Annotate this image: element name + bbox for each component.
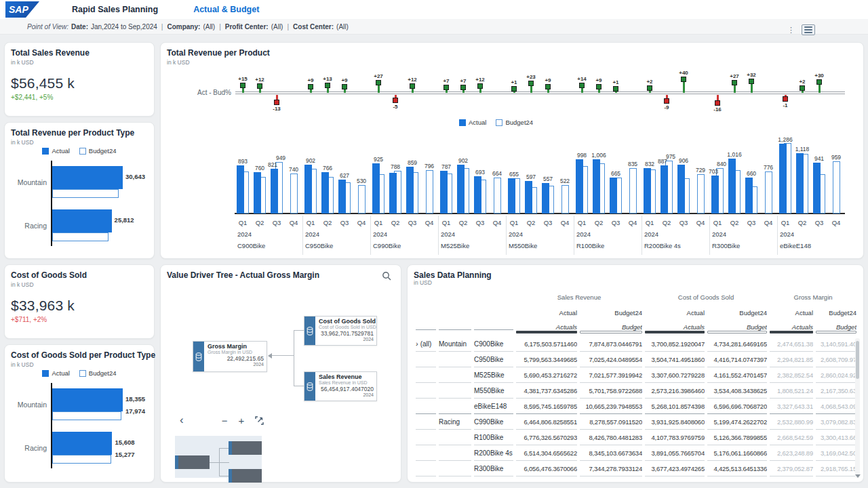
product-cell[interactable]: M550Bike	[474, 383, 513, 399]
value-cell-cogs-a[interactable]: 4,107,783.9769759	[645, 430, 705, 445]
bar-actual[interactable]	[389, 173, 397, 214]
value-cell-sr-b[interactable]: 10,665,239.7948553	[580, 399, 642, 414]
fit-to-screen-icon[interactable]	[255, 416, 264, 425]
variance-marker[interactable]	[647, 85, 652, 91]
scrollbar-thumb[interactable]	[856, 341, 859, 379]
variance-marker[interactable]	[511, 86, 517, 92]
product-cell[interactable]: R100Bike	[474, 430, 513, 445]
variance-marker[interactable]	[596, 84, 601, 89]
variance-marker[interactable]	[376, 80, 381, 85]
bar-actual[interactable]	[779, 144, 787, 214]
vdt-node-cost-of-goods-sold[interactable]: Cost of Goods Sold Cost of Goods Sold in…	[304, 316, 377, 346]
pov-filter-value[interactable]: (All)	[271, 23, 283, 30]
bar-actual[interactable]	[796, 153, 804, 214]
product-type-cell[interactable]	[439, 445, 471, 461]
value-cell-cogs-b[interactable]: 3,534,408.3438625	[707, 383, 767, 399]
bar-budget24[interactable]	[561, 185, 569, 214]
bar-budget24[interactable]	[52, 189, 119, 198]
variance-marker[interactable]	[477, 83, 483, 89]
version-column-header[interactable]: Actual	[516, 305, 577, 321]
bar-actual[interactable]	[508, 178, 515, 214]
pov-filter-value[interactable]: (All)	[203, 23, 215, 30]
zoom-out-icon[interactable]: −	[222, 415, 228, 426]
bar-actual[interactable]	[677, 165, 685, 214]
tab-rapid-sales-planning[interactable]: Rapid Sales Planning	[72, 5, 158, 14]
bar-budget24[interactable]	[358, 185, 366, 214]
version-column-header[interactable]: Budget24	[816, 305, 856, 321]
hierarchy-cell[interactable]	[416, 430, 436, 445]
bar-actual[interactable]	[52, 209, 112, 232]
bar-budget24[interactable]	[52, 232, 108, 241]
bar-budget24[interactable]	[494, 178, 501, 214]
value-cell-sr-b[interactable]: 5,701,758.9722688	[580, 383, 642, 399]
tab-actual-and-budget[interactable]: Actual & Budget	[193, 5, 259, 14]
variance-marker[interactable]	[325, 83, 330, 88]
value-cell-sr-a[interactable]: 4,381,737.6345286	[516, 383, 577, 399]
search-icon[interactable]	[382, 271, 391, 281]
variance-marker[interactable]	[800, 85, 805, 91]
product-cell[interactable]: C950Bike	[474, 352, 513, 367]
back-chevron-icon[interactable]: ‹	[180, 413, 184, 427]
value-cell-cogs-a[interactable]: 5,268,101.8574398	[645, 399, 705, 414]
bar-actual[interactable]	[52, 432, 112, 455]
tree-minimap[interactable]	[175, 436, 262, 478]
hierarchy-cell[interactable]	[416, 461, 436, 476]
value-cell-sr-a[interactable]: 8,595,745.1659785	[516, 399, 577, 414]
legend-item-actual[interactable]: Actual	[42, 369, 69, 377]
value-cell-sr-a[interactable]: 6,776,326.5670293	[516, 430, 577, 445]
variance-marker[interactable]	[410, 83, 415, 89]
variance-marker[interactable]	[715, 100, 720, 106]
variance-marker[interactable]	[528, 81, 534, 86]
value-cell-cogs-b[interactable]: 5,126,366.7899855	[707, 430, 767, 445]
hierarchy-cell[interactable]	[416, 399, 436, 414]
legend-item-budget24[interactable]: Budget24	[79, 147, 117, 155]
value-cell-sr-a[interactable]: 6,464,806.8258551	[516, 414, 577, 430]
value-cell-sr-a[interactable]: 6,175,503.5711460	[516, 336, 577, 352]
legend-item-actual[interactable]: Actual	[42, 147, 69, 155]
variance-marker[interactable]	[545, 84, 551, 89]
table-scrollbar[interactable]	[855, 338, 860, 478]
bar-actual[interactable]	[237, 165, 244, 214]
bar-actual[interactable]	[660, 165, 668, 214]
product-type-cell[interactable]: Mountain	[439, 336, 471, 352]
value-cell-cogs-a[interactable]: 3,700,852.1920047	[645, 336, 705, 352]
value-cell-cogs-b[interactable]: 4,161,552.4701457	[707, 367, 767, 383]
product-cell[interactable]: R200Bike 4s	[474, 445, 513, 461]
bar-actual[interactable]	[745, 178, 753, 214]
value-cell-cogs-a[interactable]: 3,307,600.7279228	[645, 367, 705, 383]
variance-marker[interactable]	[460, 85, 466, 90]
variance-marker[interactable]	[613, 86, 618, 92]
variance-marker[interactable]	[342, 84, 347, 89]
bar-budget24[interactable]	[52, 411, 121, 420]
variance-marker[interactable]	[681, 77, 686, 82]
variance-marker[interactable]	[783, 96, 788, 102]
value-cell-cogs-a[interactable]: 3,931,925.8408060	[645, 414, 705, 430]
value-cell-cogs-a[interactable]: 3,504,741.4951860	[645, 352, 705, 367]
pov-filter-value[interactable]: Jan,2024 to Sep,2024	[91, 23, 157, 30]
bar-actual[interactable]	[271, 169, 278, 214]
value-cell-cogs-a[interactable]: 2,573,216.3986460	[645, 383, 705, 399]
product-cell[interactable]: M525Bike	[474, 367, 513, 383]
pov-filter-value[interactable]: (All)	[336, 23, 349, 30]
version-column-header[interactable]: Budget24	[707, 305, 767, 321]
value-cell-sr-b[interactable]: 8,278,557.0911520	[580, 414, 642, 430]
value-cell-sr-a[interactable]: 5,690,453.2716272	[516, 367, 577, 383]
legend-item-budget24[interactable]: Budget24	[79, 369, 117, 377]
product-type-cell[interactable]	[439, 430, 471, 445]
vdt-node-gross-margin[interactable]: Gross Margin Gross Margin in USD 22,492,…	[193, 341, 267, 372]
bar-actual[interactable]	[644, 168, 651, 214]
bar-actual[interactable]	[711, 176, 719, 214]
value-cell-sr-b[interactable]: 7,025,424.0489554	[580, 352, 642, 367]
version-column-header[interactable]: Budget24	[580, 305, 642, 321]
bar-budget24[interactable]	[697, 174, 705, 214]
product-type-cell[interactable]	[439, 461, 471, 476]
value-cell-sr-b[interactable]: 8,345,103.6673634	[580, 445, 642, 461]
bar-actual[interactable]	[372, 163, 380, 214]
variance-marker[interactable]	[393, 98, 398, 103]
value-cell-cogs-b[interactable]: 5,199,474.2622702	[707, 414, 767, 430]
product-type-cell[interactable]	[439, 352, 471, 367]
version-column-header[interactable]: Actual	[645, 305, 705, 321]
bar-budget24[interactable]	[426, 170, 433, 214]
zoom-in-icon[interactable]: +	[238, 415, 244, 426]
product-cell[interactable]: C990Bike	[474, 414, 513, 430]
